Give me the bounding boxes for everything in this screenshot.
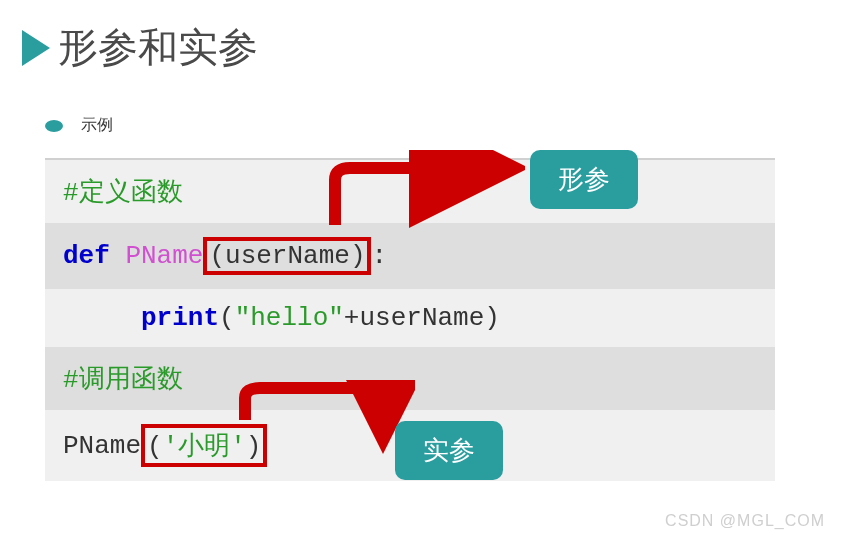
triangle-play-icon [22, 30, 50, 66]
actual-param-badge: 实参 [395, 421, 503, 480]
paren-close: ) [350, 241, 366, 271]
func-name: PName [110, 241, 204, 271]
slide-title-section: 形参和实参 [0, 0, 843, 75]
param-name: userName [225, 241, 350, 271]
print-close: ) [484, 303, 500, 333]
plus-op: + [344, 303, 360, 333]
subtitle-label: 示例 [81, 115, 113, 136]
formal-param-highlight: (userName) [203, 237, 371, 275]
subtitle-section: 示例 [45, 115, 843, 136]
indent [63, 303, 141, 333]
code-line-comment-call: #调用函数 [45, 347, 775, 410]
watermark-text: CSDN @MGL_COM [665, 512, 825, 530]
code-line-def: def PName(userName): [45, 223, 775, 289]
actual-param-highlight: ('小明') [141, 424, 267, 467]
hello-string: "hello" [235, 303, 344, 333]
print-param: userName [359, 303, 484, 333]
call-name: PName [63, 431, 141, 461]
def-keyword: def [63, 241, 110, 271]
code-line-comment-define: #定义函数 [45, 160, 775, 223]
code-panel: 形参 #定义函数 def PName(userName): print("hel… [45, 158, 775, 481]
arg-close: ) [246, 432, 262, 462]
print-open: ( [219, 303, 235, 333]
arg-open: ( [147, 432, 163, 462]
formal-param-badge: 形参 [530, 150, 638, 209]
comment-call-text: #调用函数 [63, 361, 183, 396]
colon: : [371, 241, 387, 271]
print-keyword: print [141, 303, 219, 333]
comment-text: #定义函数 [63, 174, 183, 209]
paren-open: ( [209, 241, 225, 271]
code-line-print: print("hello"+userName) [45, 289, 775, 347]
slide-title: 形参和实参 [58, 20, 258, 75]
bullet-dot-icon [45, 120, 63, 132]
arg-string: '小明' [163, 432, 246, 462]
